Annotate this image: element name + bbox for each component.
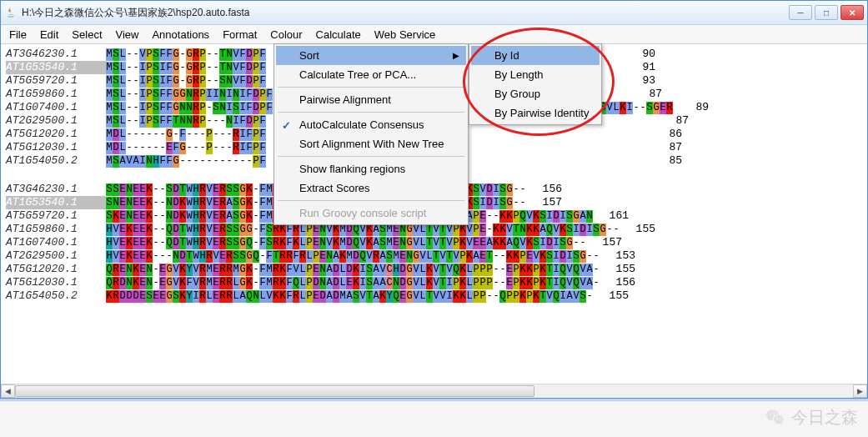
sequence-end-pos: 87 <box>660 114 689 128</box>
sequence-end-pos: 155 <box>600 289 629 303</box>
sequence-row[interactable]: AT2G29500.1HVEKEEK---NDTWHRVERSSGQ-FTRRF… <box>6 249 862 263</box>
sort-by-pairwise[interactable]: By Pairwise Identity <box>471 103 600 123</box>
scrollbar-horizontal[interactable]: ◀ ▶ <box>1 384 867 398</box>
maximize-button[interactable]: □ <box>815 5 838 20</box>
sequence-end-pos: 87 <box>633 88 662 101</box>
sequence-end-pos: 89 <box>680 101 709 114</box>
scroll-left-icon[interactable]: ◀ <box>1 384 15 398</box>
pairwise-item[interactable]: Pairwise Alignment <box>276 90 466 109</box>
menu-file[interactable]: File <box>3 25 33 43</box>
menubar: File Edit Select View Annotations Format… <box>1 25 867 44</box>
sequence-name[interactable]: AT3G46230.1 <box>6 183 106 196</box>
autocalc-label: AutoCalculate Consensus <box>299 118 424 131</box>
sequence-end-pos: 91 <box>626 61 655 74</box>
sequence-name[interactable]: AT5G59720.1 <box>6 209 106 223</box>
sequence-name[interactable]: AT2G29500.1 <box>6 114 106 128</box>
sort-by-group[interactable]: By Group <box>471 84 600 103</box>
window-title: H:\今日之森微信公众号\基因家族2\hsp20.auto.fasta <box>22 6 789 20</box>
sort-label: Sort <box>299 49 319 62</box>
sequence-end-pos: 155 <box>606 263 635 276</box>
check-icon: ✓ <box>282 119 291 132</box>
sequence-row[interactable]: AT5G12020.1QRENKEN-EGVKYVRMERRMGK-FMRKFV… <box>6 263 862 276</box>
menu-webservice[interactable]: Web Service <box>368 25 442 43</box>
autocalc-item[interactable]: ✓ AutoCalculate Consensus <box>276 115 466 134</box>
separator <box>278 112 464 113</box>
sequence-end-pos: 87 <box>653 141 682 154</box>
sequence-end-pos: 93 <box>626 74 655 88</box>
submenu-arrow-icon: ▶ <box>453 51 459 60</box>
scroll-thumb[interactable] <box>15 385 534 397</box>
sequence-name[interactable]: AT5G12020.1 <box>6 263 106 276</box>
sort-by-id[interactable]: By Id <box>471 46 600 65</box>
sort-new-tree-item[interactable]: Sort Alignment With New Tree <box>276 134 466 153</box>
sequence-name[interactable]: AT5G12030.1 <box>6 276 106 289</box>
sequence-name[interactable]: AT1G07400.1 <box>6 101 106 114</box>
sequence-end-pos: 86 <box>653 128 682 141</box>
sequence-name[interactable]: AT1G53540.1 <box>6 61 106 74</box>
sequence-end-pos: 153 <box>606 249 635 263</box>
sequence-row[interactable]: AT1G07400.1HVEKEEK--QDTWHRVERSSGQ-FSRKFK… <box>6 236 862 249</box>
sequence-end-pos: 156 <box>533 183 562 196</box>
sequence-name[interactable]: AT3G46230.1 <box>6 48 106 61</box>
menu-view[interactable]: View <box>109 25 146 43</box>
sort-submenu: By Id By Length By Group By Pairwise Ide… <box>469 43 602 125</box>
scroll-track[interactable] <box>15 384 853 398</box>
menu-format[interactable]: Format <box>216 25 263 43</box>
sort-submenu-item[interactable]: Sort ▶ <box>276 46 466 65</box>
wechat-icon <box>765 407 786 429</box>
menu-edit[interactable]: Edit <box>33 25 65 43</box>
sequence-end-pos: 155 <box>626 223 655 236</box>
sequence-name[interactable]: AT5G12020.1 <box>6 128 106 141</box>
sequence-end-pos: 90 <box>626 48 655 61</box>
extract-item[interactable]: Extract Scores <box>276 178 466 198</box>
sequence-name[interactable]: AT1G54050.2 <box>6 154 106 168</box>
sort-by-length[interactable]: By Length <box>471 65 600 84</box>
menu-calculate[interactable]: Calculate <box>309 25 368 43</box>
sequence-name[interactable]: AT1G59860.1 <box>6 88 106 101</box>
scroll-right-icon[interactable]: ▶ <box>853 384 867 398</box>
separator <box>278 200 464 201</box>
sequence-name[interactable]: AT5G59720.1 <box>6 74 106 88</box>
separator <box>278 156 464 157</box>
calculate-dropdown: Sort ▶ Calculate Tree or PCA... Pairwise… <box>273 43 469 225</box>
titlebar: H:\今日之森微信公众号\基因家族2\hsp20.auto.fasta ─ □ … <box>1 1 867 25</box>
watermark: 今日之森 <box>765 406 858 429</box>
sequence-name[interactable]: AT1G54050.2 <box>6 289 106 303</box>
sequence-end-pos: 157 <box>593 236 622 249</box>
sequence-row[interactable]: AT5G12030.1QRDNKEN-EGVKFVRMERRLGK-FMRKFQ… <box>6 276 862 289</box>
separator <box>278 87 464 88</box>
groovy-item: Run Groovy console script <box>276 203 466 223</box>
sequence-name[interactable]: AT1G53540.1 <box>6 196 106 209</box>
sequence-end-pos: 157 <box>533 196 562 209</box>
sequence-end-pos: 85 <box>653 154 682 168</box>
sequence-name[interactable]: AT1G07400.1 <box>6 236 106 249</box>
sequence-end-pos: 161 <box>600 209 629 223</box>
close-button[interactable]: ✕ <box>840 5 864 20</box>
sequence-name[interactable]: AT5G12030.1 <box>6 141 106 154</box>
menu-annotations[interactable]: Annotations <box>145 25 216 43</box>
java-icon <box>4 6 18 19</box>
minimize-button[interactable]: ─ <box>789 5 812 20</box>
watermark-text: 今日之森 <box>791 406 858 429</box>
sequence-name[interactable]: AT1G59860.1 <box>6 223 106 236</box>
sequence-row[interactable]: AT1G54050.2KRDDDESEEGSKYIRLERRLAQNLVKKFR… <box>6 289 862 303</box>
calc-tree-item[interactable]: Calculate Tree or PCA... <box>276 65 466 84</box>
menu-select[interactable]: Select <box>65 25 108 43</box>
sequence-end-pos: 156 <box>606 276 635 289</box>
window-buttons: ─ □ ✕ <box>789 5 864 20</box>
menu-colour[interactable]: Colour <box>263 25 309 43</box>
flanking-item[interactable]: Show flanking regions <box>276 159 466 178</box>
sequence-name[interactable]: AT2G29500.1 <box>6 249 106 263</box>
